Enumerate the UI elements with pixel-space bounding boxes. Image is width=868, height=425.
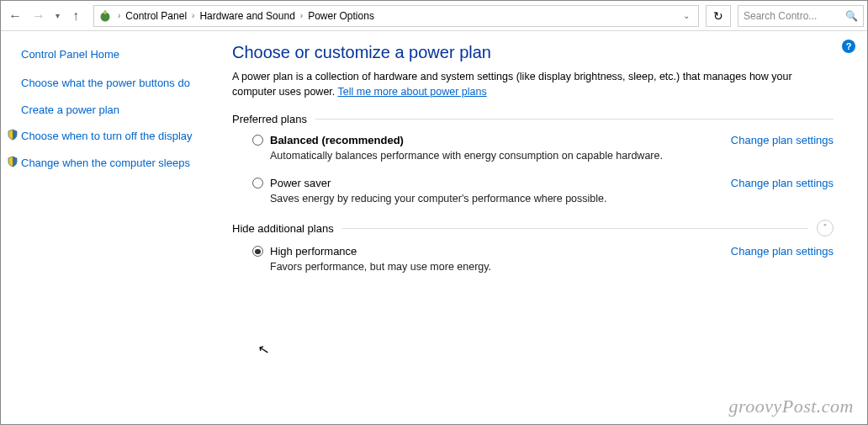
chevron-right-icon: › xyxy=(190,11,196,20)
plan-description: Favors performance, but may use more ene… xyxy=(270,261,834,273)
sidebar-link-label: Create a power plan xyxy=(21,103,119,118)
chevron-right-icon: › xyxy=(116,11,122,20)
radio-balanced[interactable] xyxy=(252,135,263,146)
search-input[interactable]: Search Contro... 🔍 xyxy=(738,5,864,27)
address-bar-row: ← → ▾ ↑ › Control Panel › Hardware and S… xyxy=(1,1,867,31)
sidebar-link-label: Choose what the power buttons do xyxy=(21,76,190,91)
power-options-icon xyxy=(98,8,113,24)
description-text: A power plan is a collection of hardware… xyxy=(232,71,792,98)
svg-rect-1 xyxy=(104,10,107,14)
change-settings-saver-link[interactable]: Change plan settings xyxy=(731,177,834,189)
help-button[interactable]: ? xyxy=(842,40,855,53)
forward-button[interactable]: → xyxy=(28,5,50,27)
collapse-button[interactable]: ˆ xyxy=(817,220,834,236)
address-dropdown[interactable]: ⌄ xyxy=(678,11,695,20)
watermark: groovyPost.com xyxy=(728,396,854,417)
up-button[interactable]: ↑ xyxy=(65,5,87,27)
breadcrumb-control-panel[interactable]: Control Panel xyxy=(122,6,190,26)
refresh-icon: ↻ xyxy=(713,9,723,23)
address-bar[interactable]: › Control Panel › Hardware and Sound › P… xyxy=(93,5,699,27)
breadcrumb-power-options[interactable]: Power Options xyxy=(304,6,378,26)
sidebar-link-display-off[interactable]: Choose when to turn off the display xyxy=(21,129,200,144)
section-label-text: Preferred plans xyxy=(232,113,307,125)
plan-description: Saves energy by reducing your computer's… xyxy=(270,193,834,205)
section-label-text: Hide additional plans xyxy=(232,222,334,235)
sidebar-link-power-buttons[interactable]: Choose what the power buttons do xyxy=(21,76,200,91)
refresh-button[interactable]: ↻ xyxy=(706,5,731,27)
search-placeholder: Search Contro... xyxy=(744,10,817,22)
search-icon: 🔍 xyxy=(845,10,858,22)
plan-high-performance: High performance Change plan settings Fa… xyxy=(252,245,834,273)
shield-icon xyxy=(4,129,21,144)
breadcrumb-hardware-sound[interactable]: Hardware and Sound xyxy=(196,6,298,26)
plan-power-saver: Power saver Change plan settings Saves e… xyxy=(252,177,834,205)
change-settings-high-link[interactable]: Change plan settings xyxy=(731,245,834,258)
control-panel-home-link[interactable]: Control Panel Home xyxy=(21,48,200,61)
sidebar-link-create-plan[interactable]: Create a power plan xyxy=(21,103,200,118)
page-description: A power plan is a collection of hardware… xyxy=(232,69,834,99)
plan-name[interactable]: High performance xyxy=(270,245,357,258)
radio-power-saver[interactable] xyxy=(252,178,263,189)
sidebar-link-label: Choose when to turn off the display xyxy=(21,129,193,144)
history-dropdown[interactable]: ▾ xyxy=(51,5,63,27)
chevron-up-icon: ˆ xyxy=(823,224,826,233)
main-content: ? Choose or customize a power plan A pow… xyxy=(215,31,867,424)
section-additional-plans[interactable]: Hide additional plans ˆ xyxy=(232,220,834,236)
radio-high-performance[interactable] xyxy=(252,246,263,257)
sidebar-link-label: Change when the computer sleeps xyxy=(21,156,190,171)
plan-name[interactable]: Balanced (recommended) xyxy=(270,134,404,146)
learn-more-link[interactable]: Tell me more about power plans xyxy=(338,86,487,98)
plan-description: Automatically balances performance with … xyxy=(270,150,834,162)
shield-icon xyxy=(4,156,21,171)
sidebar-link-computer-sleeps[interactable]: Change when the computer sleeps xyxy=(21,156,200,171)
section-preferred-plans: Preferred plans xyxy=(232,113,834,125)
plan-balanced: Balanced (recommended) Change plan setti… xyxy=(252,134,834,162)
chevron-right-icon: › xyxy=(299,11,304,20)
page-title: Choose or customize a power plan xyxy=(232,43,834,62)
sidebar: Control Panel Home Choose what the power… xyxy=(1,31,215,424)
plan-name[interactable]: Power saver xyxy=(270,177,331,189)
back-button[interactable]: ← xyxy=(4,5,26,27)
change-settings-balanced-link[interactable]: Change plan settings xyxy=(731,134,834,146)
